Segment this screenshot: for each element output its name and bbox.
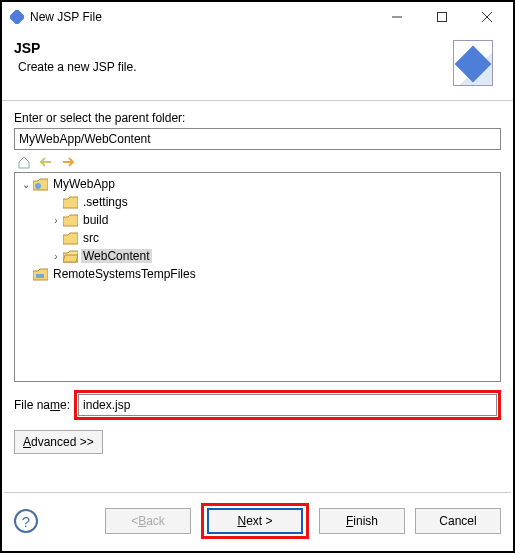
banner-title: JSP	[14, 40, 453, 56]
expander-icon[interactable]: ›	[49, 215, 63, 226]
folder-icon	[63, 214, 78, 227]
svg-rect-6	[36, 274, 44, 278]
tree-label: WebContent	[81, 249, 152, 263]
home-icon[interactable]	[16, 154, 32, 170]
finish-button[interactable]: Finish	[319, 508, 405, 534]
tree-label: build	[81, 213, 110, 227]
back-button: < Back	[105, 508, 191, 534]
tree-item-src[interactable]: src	[15, 229, 500, 247]
expander-icon[interactable]: ⌄	[19, 179, 33, 190]
filename-input[interactable]	[78, 394, 497, 416]
banner-subtitle: Create a new JSP file.	[14, 60, 453, 74]
tree-label: MyWebApp	[51, 177, 117, 191]
tree-toolbar	[14, 150, 501, 172]
next-highlight: Next >	[201, 503, 309, 539]
folder-open-icon	[63, 250, 78, 263]
advanced-button[interactable]: AAdvanced >>dvanced >>	[14, 430, 103, 454]
back-arrow-icon[interactable]	[38, 154, 54, 170]
next-button[interactable]: Next >	[207, 508, 303, 534]
tree-item-remotesystems[interactable]: RemoteSystemsTempFiles	[15, 265, 500, 283]
tree-item-build[interactable]: › build	[15, 211, 500, 229]
svg-rect-0	[10, 10, 24, 24]
project-icon	[33, 178, 48, 191]
window-title: New JSP File	[24, 10, 374, 24]
app-icon	[10, 10, 24, 24]
folder-tree[interactable]: ⌄ MyWebApp .settings › build src › WebCo…	[14, 172, 501, 382]
help-icon[interactable]: ?	[14, 509, 38, 533]
close-button[interactable]	[464, 3, 509, 31]
tree-item-settings[interactable]: .settings	[15, 193, 500, 211]
minimize-button[interactable]	[374, 3, 419, 31]
svg-rect-2	[437, 13, 446, 22]
forward-arrow-icon[interactable]	[60, 154, 76, 170]
tree-label: RemoteSystemsTempFiles	[51, 267, 198, 281]
folder-icon	[63, 232, 78, 245]
project-icon	[33, 268, 48, 281]
wizard-footer: ? < Back Next > Finish Cancel	[4, 492, 511, 549]
maximize-button[interactable]	[419, 3, 464, 31]
tree-item-mywebapp[interactable]: ⌄ MyWebApp	[15, 175, 500, 193]
tree-label: .settings	[81, 195, 130, 209]
parent-folder-input[interactable]	[14, 128, 501, 150]
banner-icon	[453, 40, 501, 88]
expander-icon[interactable]: ›	[49, 251, 63, 262]
filename-highlight	[74, 390, 501, 420]
tree-label: src	[81, 231, 101, 245]
folder-icon	[63, 196, 78, 209]
title-bar: New JSP File	[2, 2, 513, 32]
parent-folder-label: Enter or select the parent folder:	[14, 111, 501, 125]
tree-item-webcontent[interactable]: › WebContent	[15, 247, 500, 265]
wizard-banner: JSP Create a new JSP file.	[2, 32, 513, 101]
svg-point-5	[35, 183, 41, 189]
filename-label: File name:	[14, 398, 70, 412]
cancel-button[interactable]: Cancel	[415, 508, 501, 534]
